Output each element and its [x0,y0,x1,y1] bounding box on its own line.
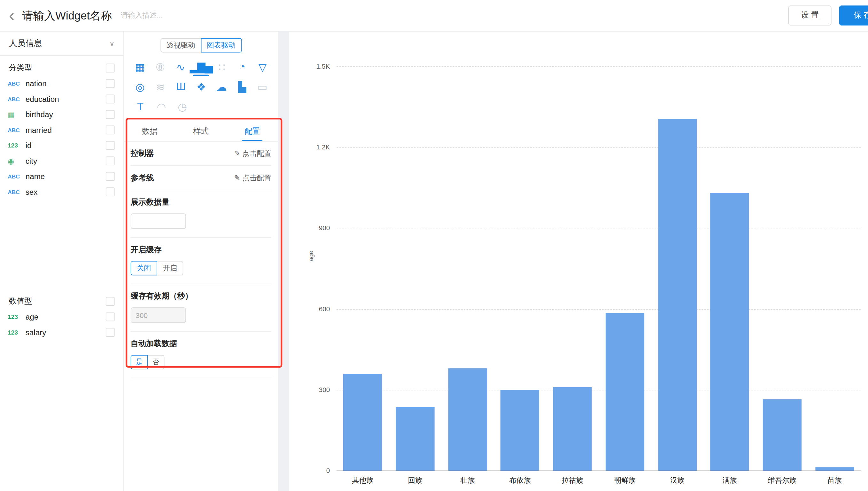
autoload-option-no[interactable]: 否 [147,355,165,369]
field-name: name [26,172,106,181]
chart-type-grid: ▦⑧∿▂▇▅∷◔▽◎≋Ш❖☁▙▭T◠◷ [124,53,278,117]
table-icon[interactable]: ▦ [130,59,150,75]
widget-editor: ‹ 请输入Widget名称 请输入描述... 设 置 保 存 人员信息 ∨ 分类… [0,0,868,491]
chart-bar[interactable] [763,399,802,470]
controller-label: 控制器 [131,148,154,158]
config-form: 控制器 ✎ 点击配置 参考线 ✎ 点击配置 展示数据量 开启缓存 关闭开启 [124,141,278,378]
abc-type-icon: ABC [8,189,25,195]
controller-configure-link[interactable]: ✎ 点击配置 [234,148,271,158]
number-type-icon: 123 [8,142,25,149]
category-fields: ABCnationABCeducation▦birthdayABCmarried… [0,76,124,200]
field-checkbox[interactable] [106,141,115,150]
field-name: sex [26,187,106,196]
chart-bar[interactable] [448,368,487,470]
parallel-chart-icon[interactable]: Ш [170,79,191,95]
funnel-chart-icon[interactable]: ▽ [252,59,273,75]
gridline [336,147,861,148]
field-checkbox[interactable] [106,328,115,337]
location-icon: ◉ [8,157,25,165]
x-tick-label: 拉祜族 [546,476,599,486]
field-checkbox[interactable] [106,125,115,135]
display-limit-input[interactable] [131,213,186,229]
china-map-icon[interactable]: ❖ [191,79,211,95]
gridline [336,309,861,310]
field-checkbox[interactable] [106,79,115,88]
pencil-icon: ✎ [234,149,240,158]
numeric-section-checkbox[interactable] [106,297,115,306]
gauge-chart-icon[interactable]: ◠ [151,98,172,115]
widget-name-input[interactable]: 请输入Widget名称 [22,8,112,23]
dataset-header[interactable]: 人员信息 ∨ [0,32,124,56]
pie-chart-icon[interactable]: ◔ [232,59,252,75]
field-checkbox[interactable] [106,110,115,119]
chart-bar[interactable] [396,407,434,470]
x-tick-label: 朝鲜族 [599,476,651,486]
header-actions: 设 置 保 存 [788,5,868,25]
field-item-id[interactable]: 123id [0,138,124,153]
field-item-age[interactable]: 123age [0,309,124,324]
chart-bar[interactable] [658,119,697,470]
sankey-chart-icon[interactable]: ≋ [150,79,170,95]
chart-bar[interactable] [553,387,592,470]
number-type-icon: 123 [8,329,25,336]
field-name: age [26,313,106,321]
field-checkbox[interactable] [106,172,115,181]
field-item-city[interactable]: ◉city [0,153,124,169]
field-name: nation [26,79,106,88]
back-icon[interactable]: ‹ [9,7,15,24]
field-checkbox[interactable] [106,313,115,321]
field-item-name[interactable]: ABCname [0,169,124,184]
dial-chart-icon[interactable]: ◷ [172,98,193,115]
cache-toggle: 关闭开启 [131,261,271,276]
field-item-birthday[interactable]: ▦birthday [0,107,124,122]
mode-toggle: 透视驱动图表驱动 [124,38,278,53]
chart-config-panel: 透视驱动图表驱动 ▦⑧∿▂▇▅∷◔▽◎≋Ш❖☁▙▭T◠◷ 数据样式配置 控制器 … [124,31,278,491]
field-item-salary[interactable]: 123salary [0,325,124,340]
category-section-checkbox[interactable] [106,63,115,73]
x-tick-label: 汉族 [651,476,703,486]
settings-button[interactable]: 设 置 [788,5,832,25]
field-sidebar: 人员信息 ∨ 分类型 ABCnationABCeducation▦birthda… [0,31,124,491]
mode-option-pivot-driven[interactable]: 透视驱动 [160,38,201,53]
cache-option-on[interactable]: 开启 [157,261,183,276]
field-item-married[interactable]: ABCmarried [0,122,124,138]
tab-data[interactable]: 数据 [124,121,175,141]
field-item-nation[interactable]: ABCnation [0,76,124,91]
field-checkbox[interactable] [106,94,115,104]
save-button[interactable]: 保 存 [839,5,868,25]
chevron-down-icon: ∨ [109,39,114,48]
wordcloud-icon[interactable]: ☁ [211,79,232,95]
description-input[interactable]: 请输入描述... [121,10,163,21]
iframe-icon[interactable]: ▭ [252,79,272,95]
mode-option-chart-driven[interactable]: 图表驱动 [201,38,242,53]
numeric-section-label: 数值型 [9,296,32,306]
field-item-sex[interactable]: ABCsex [0,184,124,200]
scatter-chart-icon[interactable]: ∷ [212,59,232,75]
reference-line-configure-link[interactable]: ✎ 点击配置 [234,173,271,183]
text-chart-icon[interactable]: T [130,98,151,115]
tab-style[interactable]: 样式 [175,121,227,141]
chart-bar[interactable] [710,193,749,470]
abc-type-icon: ABC [8,81,25,87]
y-tick-label: 0 [293,467,330,474]
field-checkbox[interactable] [106,187,115,196]
tab-config[interactable]: 配置 [226,121,278,141]
line-chart-icon[interactable]: ∿ [170,59,190,75]
field-name: salary [26,328,106,337]
bar-chart-icon[interactable]: ▂▇▅ [190,59,212,75]
chart-bar[interactable] [501,390,540,470]
display-limit-block: 展示数据量 [131,190,271,238]
scorecard-icon[interactable]: ⑧ [150,59,170,75]
field-item-education[interactable]: ABCeducation [0,91,124,107]
chart-bar[interactable] [343,374,382,470]
y-tick-label: 600 [293,305,330,313]
cache-option-off[interactable]: 关闭 [131,261,157,276]
autoload-block: 自动加载数据 是否 [131,332,271,378]
chart-bar[interactable] [815,467,854,470]
radar-chart-icon[interactable]: ◎ [130,79,150,95]
waterfall-chart-icon[interactable]: ▙ [232,79,252,95]
chart-bar[interactable] [606,313,644,470]
field-checkbox[interactable] [106,156,115,165]
reference-configure-text: 点击配置 [243,173,271,183]
autoload-option-yes[interactable]: 是 [131,355,148,369]
